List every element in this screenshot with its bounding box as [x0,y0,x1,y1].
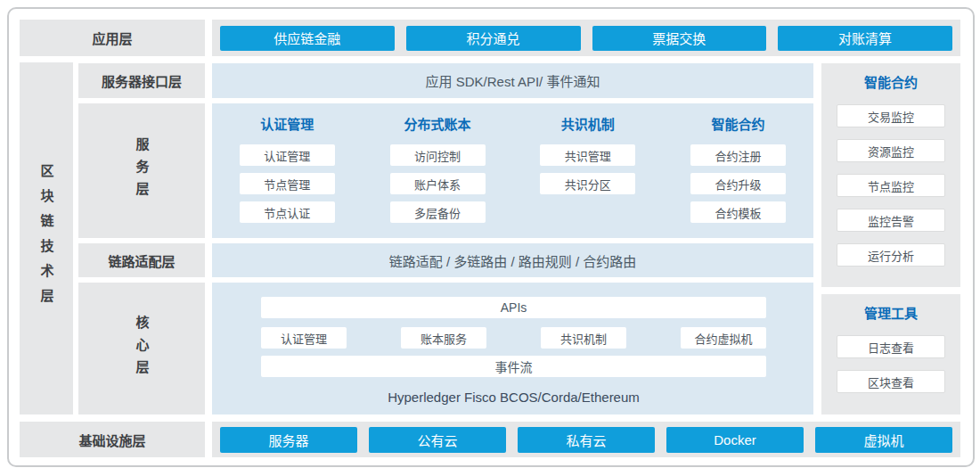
app-layer-button: 积分通兑 [406,26,581,51]
service-column-header: 认证管理 [260,116,314,134]
service-item: 共识管理 [540,144,635,166]
panel-item: 资源监控 [837,139,945,162]
service-layer-label: 服务层 [78,103,205,238]
sdk-api-band: 应用 SDK/Rest API/ 事件通知 [212,63,813,98]
blockchain-architecture-diagram: 应用层 供应链金融 积分通兑 票据交换 对账清算 区块链技术层 服务器接口层 服… [0,0,980,476]
panel-item: 区块查看 [837,370,945,393]
management-tools-panel-header: 管理工具 [864,305,918,323]
blockchain-tech-layer-label: 区块链技术层 [20,62,73,414]
core-module: 认证管理 [261,327,347,349]
service-column-items: 认证管理 节点管理 节点认证 [240,144,335,223]
panel-item: 交易监控 [837,104,945,127]
service-column-items: 共识管理 共识分区 [540,144,635,194]
service-item: 共识分区 [540,173,635,194]
infrastructure-layer-band: 服务器 公有云 私有云 Docker 虚拟机 [212,422,960,457]
apis-bar: APIs [261,297,766,318]
service-column: 共识机制 共识管理 共识分区 [513,116,664,238]
core-layer-text: 核心层 [133,316,151,382]
infrastructure-button: 虚拟机 [815,427,952,453]
service-item: 节点认证 [240,201,335,223]
service-item: 认证管理 [240,144,335,166]
core-module: 账本服务 [401,327,486,349]
infrastructure-button: 服务器 [220,427,357,453]
management-tools-panel: 管理工具 日志查看 区块查看 [821,294,960,414]
service-item: 合约注册 [690,144,786,166]
service-layer-text: 服务层 [133,137,151,204]
service-column-items: 合约注册 合约升级 合约模板 [690,144,786,223]
smart-contract-panel-items: 交易监控 资源监控 节点监控 监控告警 运行分析 [837,104,945,267]
service-item: 访问控制 [390,144,486,166]
service-item: 合约模板 [690,201,786,223]
infrastructure-button: Docker [666,427,804,453]
app-layer-button: 对账清算 [778,26,952,51]
panel-item: 日志查看 [837,335,945,358]
blockchain-tech-layer-text: 区块链技术层 [37,164,56,314]
core-layer-label: 核心层 [78,283,205,414]
core-layer-band: APIs 认证管理 账本服务 共识机制 合约虚拟机 事件流 Hyperledge… [212,283,813,414]
service-column: 分布式账本 访问控制 账户体系 多层备份 [363,116,513,238]
infrastructure-button: 公有云 [369,427,506,453]
core-module: 共识机制 [541,327,626,349]
service-column-items: 访问控制 账户体系 多层备份 [390,144,486,223]
service-item: 多层备份 [390,201,486,223]
smart-contract-panel-header: 智能合约 [864,74,918,92]
service-column-header: 共识机制 [561,116,615,134]
link-adapter-band: 链路适配 / 多链路由 / 路由规则 / 合约路由 [212,243,813,277]
smart-contract-panel: 智能合约 交易监控 资源监控 节点监控 监控告警 运行分析 [821,63,960,287]
panel-item: 节点监控 [837,174,945,197]
app-layer-button: 供应链金融 [220,26,395,51]
app-layer-label: 应用层 [20,20,205,56]
server-interface-layer-label: 服务器接口层 [78,63,205,98]
event-stream-bar: 事件流 [261,356,766,377]
service-layer-band: 认证管理 认证管理 节点管理 节点认证 分布式账本 [212,103,813,238]
panel-item: 监控告警 [837,209,945,232]
service-column-header: 智能合约 [712,116,765,134]
service-column: 智能合约 合约注册 合约升级 合约模板 [663,116,813,238]
service-item: 账户体系 [390,173,486,194]
infrastructure-button: 私有云 [518,427,655,453]
core-modules-row: 认证管理 账本服务 共识机制 合约虚拟机 [261,327,766,349]
app-layer-button: 票据交换 [592,26,767,51]
service-item: 合约升级 [690,173,786,194]
diagram-card: 应用层 供应链金融 积分通兑 票据交换 对账清算 区块链技术层 服务器接口层 服… [7,7,975,467]
service-column-header: 分布式账本 [404,116,471,134]
link-adapter-layer-label: 链路适配层 [78,243,205,277]
management-tools-panel-items: 日志查看 区块查看 [837,335,945,393]
service-column: 认证管理 认证管理 节点管理 节点认证 [212,116,363,238]
app-layer-band: 供应链金融 积分通兑 票据交换 对账清算 [212,20,960,56]
core-module: 合约虚拟机 [681,327,766,349]
infrastructure-layer-label: 基础设施层 [20,422,205,457]
panel-item: 运行分析 [837,243,945,267]
service-item: 节点管理 [240,173,335,194]
platforms-text: Hyperledger Fisco BCOS/Corda/Ethereum [261,390,766,405]
